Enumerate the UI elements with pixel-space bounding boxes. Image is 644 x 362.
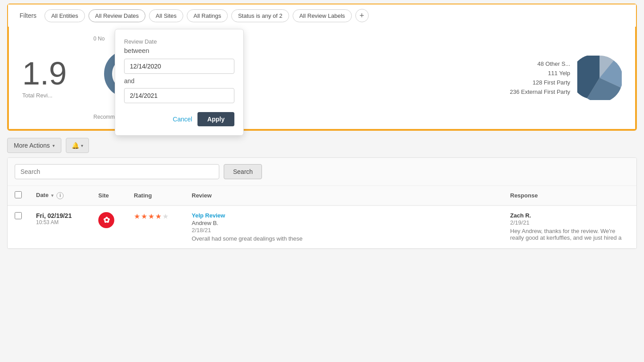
col-header-review: Review <box>185 186 503 205</box>
date-info-icon[interactable]: i <box>56 192 64 199</box>
review-author: Andrew B. <box>192 220 496 226</box>
bell-icon: 🔔 <box>72 142 79 149</box>
dp-and-label: and <box>124 77 234 84</box>
dp-between-label: between <box>124 47 234 54</box>
add-filter-button[interactable]: + <box>355 9 369 22</box>
col-header-date: Date ▾ i <box>29 186 91 205</box>
chevron-down-icon: ▾ <box>52 143 55 148</box>
search-input[interactable] <box>15 164 219 179</box>
row-star-4: ★ <box>155 212 161 221</box>
total-reviews-stat: 1.9 Total Revi... <box>22 57 67 99</box>
response-text: Hey Andrew, thanks for the review. We're… <box>510 228 629 241</box>
pie-legend-item-4: 236 External First Party <box>510 88 570 95</box>
row-checkbox-cell <box>8 205 29 249</box>
total-number: 1.9 <box>22 57 67 89</box>
filter-chip-labels[interactable]: All Review Labels <box>293 9 352 22</box>
pie-legend-item-3: 128 First Party <box>510 79 570 86</box>
row-star-5: ★ <box>162 212 169 221</box>
col-header-rating: Rating <box>127 186 185 205</box>
row-date-bold: Fri, 02/19/21 <box>36 212 84 219</box>
row-site-cell: ✿ <box>91 205 127 249</box>
row-stars: ★ ★ ★ ★ ★ <box>134 212 177 221</box>
row-review-cell: Yelp Review Andrew B. 2/18/21 Overall ha… <box>185 205 503 249</box>
response-name: Zach R. <box>510 212 629 219</box>
row-star-2: ★ <box>141 212 147 221</box>
filter-bar: Filters All Entities All Review Dates Al… <box>8 4 636 27</box>
row-date-sub: 10:53 AM <box>36 219 84 225</box>
stats-area: 1.9 Total Revi... 0 No 100% 4 Yes Recomm… <box>8 27 636 130</box>
row-star-1: ★ <box>134 212 140 221</box>
pie-legend-item-2: 111 Yelp <box>510 70 570 76</box>
row-date-cell: Fri, 02/19/21 10:53 AM <box>29 205 91 249</box>
review-link[interactable]: Yelp Review <box>192 212 496 219</box>
response-date: 2/19/21 <box>510 219 629 226</box>
pie-legend-item-1: 48 Other S... <box>510 60 570 67</box>
dp-title: Review Date <box>124 38 234 45</box>
apply-button[interactable]: Apply <box>197 112 234 126</box>
row-rating-cell: ★ ★ ★ ★ ★ <box>127 205 185 249</box>
dp-actions: Cancel Apply <box>124 112 234 126</box>
search-button[interactable]: Search <box>224 164 262 179</box>
date-picker-dropdown: Review Date between and Cancel Apply <box>115 29 244 136</box>
pie-legend: 48 Other S... 111 Yelp 128 First Party 2… <box>510 60 570 95</box>
select-all-checkbox[interactable] <box>15 191 22 198</box>
col-header-site: Site <box>91 186 127 205</box>
filter-chip-sites[interactable]: All Sites <box>149 9 183 22</box>
search-bar: Search <box>8 158 636 186</box>
pie-chart <box>577 56 622 100</box>
actions-bar: More Actions ▾ 🔔 ▾ <box>7 131 637 157</box>
date-to-input[interactable] <box>124 88 234 103</box>
date-header-label: Date <box>36 192 48 198</box>
filter-chip-entities[interactable]: All Entities <box>44 9 85 22</box>
filter-chip-dates[interactable]: All Review Dates <box>89 9 145 22</box>
col-header-check <box>8 186 29 205</box>
filter-label: Filters <box>15 9 41 22</box>
row-checkbox[interactable] <box>15 212 22 219</box>
bell-button[interactable]: 🔔 ▾ <box>66 138 89 153</box>
review-text: Overall had some great dealings with the… <box>192 235 496 242</box>
table-container: Search Date ▾ i Site Rating Review <box>7 157 637 249</box>
cancel-button[interactable]: Cancel <box>173 116 193 123</box>
sort-arrow-icon[interactable]: ▾ <box>51 193 53 198</box>
page-wrapper: Filters All Entities All Review Dates Al… <box>0 0 644 258</box>
bell-chevron-icon: ▾ <box>81 143 83 148</box>
no-count-label: 0 No <box>93 36 105 42</box>
total-label: Total Revi... <box>22 92 67 99</box>
date-from-input[interactable] <box>124 59 234 74</box>
row-response-cell: Zach R. 2/19/21 Hey Andrew, thanks for t… <box>503 205 636 249</box>
table-row: Fri, 02/19/21 10:53 AM ✿ ★ ★ ★ ★ ★ <box>8 205 636 249</box>
more-actions-label: More Actions <box>14 142 50 149</box>
review-date: 2/18/21 <box>192 227 496 233</box>
row-star-3: ★ <box>148 212 154 221</box>
more-actions-button[interactable]: More Actions ▾ <box>7 138 61 153</box>
filter-chip-ratings[interactable]: All Ratings <box>187 9 228 22</box>
col-header-response: Response <box>503 186 636 205</box>
pie-area: 48 Other S... 111 Yelp 128 First Party 2… <box>510 56 622 100</box>
yelp-site-icon: ✿ <box>98 212 114 228</box>
filter-chip-status[interactable]: Status is any of 2 <box>231 9 289 22</box>
reviews-table: Date ▾ i Site Rating Review Response <box>8 186 636 249</box>
